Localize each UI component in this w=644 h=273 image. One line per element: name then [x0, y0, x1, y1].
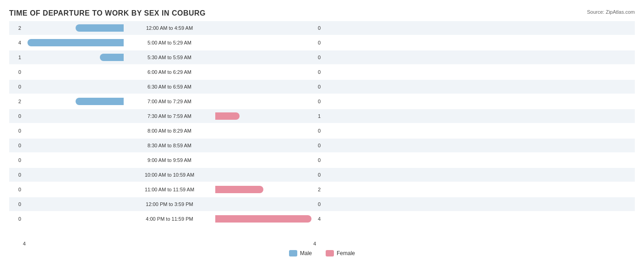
bar-female — [215, 186, 263, 193]
legend: Male Female — [9, 250, 635, 256]
bar-right-container — [215, 215, 316, 223]
chart-title: TIME OF DEPARTURE TO WORK BY SEX IN COBU… — [9, 9, 635, 17]
bar-left-container — [23, 186, 124, 193]
female-value: 0 — [316, 157, 330, 163]
time-label: 11:00 AM to 11:59 AM — [124, 187, 215, 192]
male-value: 2 — [9, 99, 23, 104]
legend-male-label: Male — [300, 250, 312, 256]
bar-left-container — [23, 68, 124, 76]
male-value: 0 — [9, 128, 23, 134]
legend-male-icon — [289, 250, 297, 256]
time-label: 12:00 AM to 4:59 AM — [124, 25, 215, 31]
bar-right-container — [215, 201, 316, 208]
table-row: 2 12:00 AM to 4:59 AM 0 — [9, 21, 635, 35]
male-value: 4 — [9, 40, 23, 45]
table-row: 0 8:00 AM to 8:29 AM 0 — [9, 124, 635, 138]
table-row: 0 10:00 AM to 10:59 AM 0 — [9, 168, 635, 182]
bar-left-container — [23, 24, 124, 32]
table-row: 0 6:30 AM to 6:59 AM 0 — [9, 80, 635, 94]
chart-area: 2 12:00 AM to 4:59 AM 0 4 5:00 AM to 5:2… — [9, 21, 635, 239]
table-row: 0 9:00 AM to 9:59 AM 0 — [9, 153, 635, 167]
table-row: 0 11:00 AM to 11:59 AM 2 — [9, 183, 635, 196]
bar-male — [76, 24, 124, 32]
bar-left-container — [23, 39, 124, 46]
time-label: 8:00 AM to 8:29 AM — [124, 128, 215, 134]
bar-right-container — [215, 186, 316, 193]
male-value: 0 — [9, 201, 23, 207]
bar-right-container — [215, 39, 316, 46]
bar-left-container — [23, 54, 124, 61]
time-label: 10:00 AM to 10:59 AM — [124, 172, 215, 178]
female-value: 0 — [316, 128, 330, 134]
bar-left-container — [23, 112, 124, 120]
female-value: 4 — [316, 216, 330, 222]
male-value: 0 — [9, 143, 23, 148]
bar-right-container — [215, 127, 316, 134]
bar-female — [215, 112, 240, 120]
female-value: 0 — [316, 99, 330, 104]
bar-right-container — [215, 156, 316, 164]
table-row: 0 6:00 AM to 6:29 AM 0 — [9, 65, 635, 79]
table-row: 0 8:30 AM to 8:59 AM 0 — [9, 139, 635, 152]
time-label: 9:00 AM to 9:59 AM — [124, 157, 215, 163]
time-label: 8:30 AM to 8:59 AM — [124, 143, 215, 148]
bar-right-container — [215, 68, 316, 76]
female-value: 0 — [316, 84, 330, 89]
bar-left-container — [23, 201, 124, 208]
time-label: 4:00 PM to 11:59 PM — [124, 216, 215, 222]
male-value: 0 — [9, 157, 23, 163]
male-value: 1 — [9, 55, 23, 60]
time-label: 5:30 AM to 5:59 AM — [124, 55, 215, 60]
bar-left-container — [23, 127, 124, 134]
chart-container: TIME OF DEPARTURE TO WORK BY SEX IN COBU… — [0, 0, 644, 273]
table-row: 4 5:00 AM to 5:29 AM 0 — [9, 36, 635, 50]
bar-male — [100, 54, 124, 61]
bar-left-container — [23, 156, 124, 164]
female-value: 0 — [316, 40, 330, 45]
female-value: 0 — [316, 201, 330, 207]
male-value: 2 — [9, 25, 23, 31]
legend-male: Male — [289, 250, 312, 256]
female-value: 1 — [316, 113, 330, 119]
table-row: 0 7:30 AM to 7:59 AM 1 — [9, 109, 635, 123]
axis-center — [124, 241, 215, 246]
time-label: 7:00 AM to 7:29 AM — [124, 99, 215, 104]
bar-male — [27, 39, 124, 46]
female-value: 0 — [316, 172, 330, 178]
bar-right-container — [215, 171, 316, 178]
axis-right-value: 4 — [215, 241, 316, 246]
legend-female: Female — [326, 250, 355, 256]
table-row: 1 5:30 AM to 5:59 AM 0 — [9, 50, 635, 64]
legend-female-icon — [326, 250, 334, 256]
bar-male — [76, 98, 124, 105]
table-row: 0 12:00 PM to 3:59 PM 0 — [9, 197, 635, 211]
female-value: 0 — [316, 69, 330, 75]
time-label: 12:00 PM to 3:59 PM — [124, 201, 215, 207]
time-label: 6:00 AM to 6:29 AM — [124, 69, 215, 75]
bar-female — [215, 215, 311, 223]
table-row: 0 4:00 PM to 11:59 PM 4 — [9, 212, 635, 226]
female-value: 2 — [316, 187, 330, 192]
bar-right-container — [215, 83, 316, 90]
male-value: 0 — [9, 84, 23, 89]
axis-left-value: 4 — [23, 241, 124, 246]
bar-right-container — [215, 54, 316, 61]
bar-left-container — [23, 215, 124, 223]
bar-left-container — [23, 83, 124, 90]
bar-left-container — [23, 142, 124, 149]
female-value: 0 — [316, 25, 330, 31]
bar-right-container — [215, 142, 316, 149]
bar-right-container — [215, 112, 316, 120]
male-value: 0 — [9, 187, 23, 192]
male-value: 0 — [9, 69, 23, 75]
source-text: Source: ZipAtlas.com — [587, 9, 635, 15]
time-label: 6:30 AM to 6:59 AM — [124, 84, 215, 89]
male-value: 0 — [9, 172, 23, 178]
bar-left-container — [23, 171, 124, 178]
time-label: 7:30 AM to 7:59 AM — [124, 113, 215, 119]
legend-female-label: Female — [337, 250, 355, 256]
male-value: 0 — [9, 113, 23, 119]
bar-right-container — [215, 98, 316, 105]
female-value: 0 — [316, 143, 330, 148]
time-label: 5:00 AM to 5:29 AM — [124, 40, 215, 45]
